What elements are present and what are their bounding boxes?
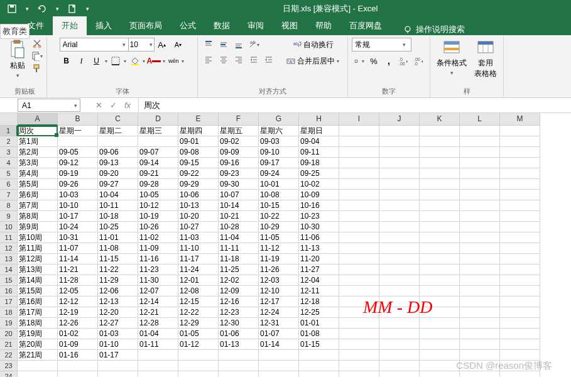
align-center-button[interactable] (217, 53, 231, 67)
cell[interactable] (178, 371, 219, 377)
row-header[interactable]: 16 (0, 286, 18, 297)
row-header[interactable]: 8 (0, 200, 18, 211)
cell[interactable]: 11-18 (219, 254, 259, 264)
cell[interactable]: 09-05 (58, 147, 98, 158)
align-bottom-button[interactable] (232, 38, 246, 52)
cell[interactable]: 10-15 (259, 200, 299, 211)
cell[interactable]: 11-30 (138, 275, 178, 286)
cell[interactable]: 11-03 (178, 232, 219, 243)
bold-button[interactable]: B (60, 54, 73, 68)
cell[interactable]: 10-14 (219, 200, 259, 211)
format-painter-button[interactable] (31, 63, 43, 74)
cell[interactable] (339, 339, 379, 350)
font-name-select[interactable] (60, 38, 129, 52)
cell[interactable]: 12-08 (178, 286, 219, 297)
cell[interactable]: 10-29 (259, 222, 299, 232)
cell[interactable] (339, 179, 379, 190)
cell[interactable] (460, 243, 500, 254)
cell[interactable] (379, 339, 420, 350)
tell-me-search[interactable]: 操作说明搜索 (403, 24, 465, 35)
cell[interactable] (379, 158, 420, 168)
cell[interactable] (460, 275, 500, 286)
cell[interactable]: 10-31 (58, 232, 98, 243)
cell[interactable]: 10-25 (98, 222, 138, 232)
cell[interactable] (420, 179, 460, 190)
cell[interactable]: 10-04 (98, 190, 138, 200)
cell[interactable]: 09-11 (299, 147, 339, 158)
cell[interactable] (460, 329, 500, 339)
spreadsheet-grid[interactable]: ABCDEFGHIJKLM 12345678910111213141516171… (0, 113, 571, 377)
cell[interactable] (379, 318, 420, 329)
cell[interactable]: 10-01 (259, 179, 299, 190)
cell[interactable]: 12-13 (98, 297, 138, 307)
row-header[interactable]: 7 (0, 190, 18, 200)
paste-button[interactable]: 粘贴 ▾ (6, 38, 29, 80)
cell[interactable]: 10-07 (219, 190, 259, 200)
col-header[interactable]: B (58, 113, 98, 126)
underline-button[interactable]: U (90, 54, 104, 68)
tab-help[interactable]: 帮助 (307, 16, 340, 35)
cell[interactable] (18, 361, 58, 371)
cell[interactable] (420, 254, 460, 264)
decrease-decimal-button[interactable]: .00.0 (412, 54, 426, 68)
cell[interactable]: 第16周 (18, 297, 58, 307)
cell[interactable]: 11-20 (299, 254, 339, 264)
align-middle-button[interactable] (217, 38, 231, 52)
cell[interactable] (460, 307, 500, 318)
cell[interactable]: 11-06 (299, 232, 339, 243)
cell[interactable]: 09-28 (138, 179, 178, 190)
cell[interactable] (339, 232, 379, 243)
cell[interactable]: 第12周 (18, 254, 58, 264)
cell[interactable]: 01-11 (138, 339, 178, 350)
cell[interactable]: 10-18 (98, 211, 138, 222)
row-header[interactable]: 13 (0, 254, 18, 264)
cell[interactable]: 11-22 (98, 264, 138, 275)
formula-bar[interactable]: 周次 (138, 98, 571, 112)
qat-customize[interactable]: ▾ (80, 2, 94, 16)
cell[interactable]: 09-16 (219, 158, 259, 168)
row-header[interactable]: 2 (0, 136, 18, 147)
cell[interactable] (339, 243, 379, 254)
wrap-text-button[interactable]: ab 自动换行 (282, 38, 344, 52)
cell[interactable] (500, 254, 540, 264)
cell[interactable]: 10-09 (299, 190, 339, 200)
cell[interactable] (460, 350, 500, 361)
cell[interactable]: 星期四 (178, 126, 219, 136)
cell[interactable]: 12-19 (58, 307, 98, 318)
cell[interactable]: 10-21 (219, 211, 259, 222)
cell[interactable] (299, 371, 339, 377)
cell[interactable]: 第3周 (18, 158, 58, 168)
cell[interactable]: 11-13 (299, 243, 339, 254)
cell[interactable]: 第9周 (18, 222, 58, 232)
cell[interactable]: 01-05 (178, 329, 219, 339)
cell[interactable] (379, 243, 420, 254)
cell[interactable] (420, 350, 460, 361)
cell[interactable]: 11-28 (58, 275, 98, 286)
cell[interactable] (460, 371, 500, 377)
cell[interactable]: 09-03 (259, 136, 299, 147)
col-header[interactable]: H (299, 113, 339, 126)
cell[interactable]: 第1周 (18, 136, 58, 147)
cell[interactable]: 10-30 (299, 222, 339, 232)
cell[interactable] (339, 286, 379, 297)
cell[interactable]: 09-04 (299, 136, 339, 147)
cell[interactable]: 11-29 (98, 275, 138, 286)
align-top-button[interactable] (202, 38, 215, 52)
cell[interactable] (420, 339, 460, 350)
cell[interactable]: 09-01 (178, 136, 219, 147)
cell[interactable]: 12-20 (98, 307, 138, 318)
row-header[interactable]: 9 (0, 211, 18, 222)
cell[interactable] (460, 318, 500, 329)
cell[interactable]: 11-25 (219, 264, 259, 275)
cell[interactable] (500, 190, 540, 200)
cell[interactable] (500, 126, 540, 136)
cell[interactable]: 10-23 (299, 211, 339, 222)
cell[interactable]: 10-26 (138, 222, 178, 232)
cell[interactable] (460, 126, 500, 136)
cell[interactable] (379, 264, 420, 275)
cell[interactable] (339, 318, 379, 329)
col-header[interactable]: M (500, 113, 540, 126)
cell[interactable]: 09-25 (299, 168, 339, 179)
percent-button[interactable]: % (367, 54, 381, 68)
cell[interactable]: 09-26 (58, 179, 98, 190)
